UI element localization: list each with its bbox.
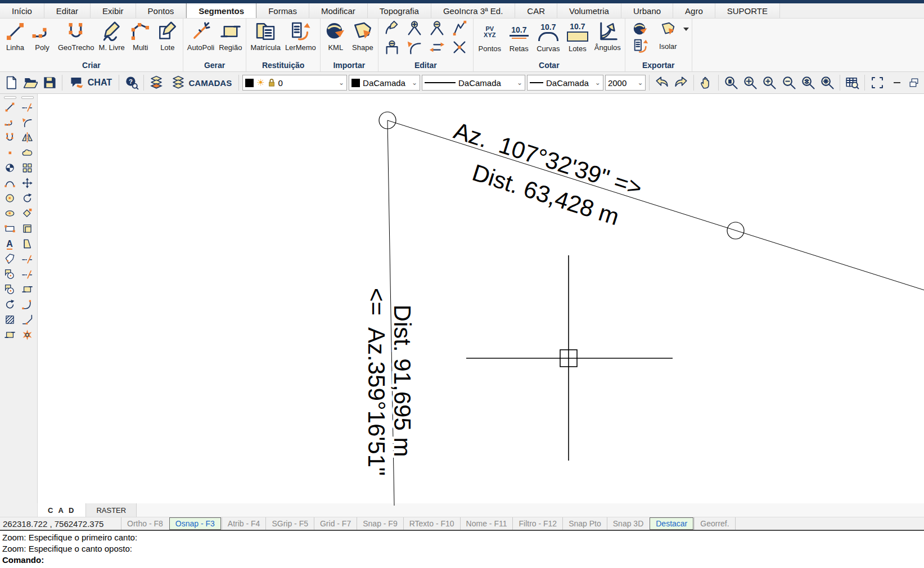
menu-tab-car[interactable]: CAR [515,3,557,18]
regiao-button[interactable]: Região [217,20,244,52]
status-toggle-snap-f9[interactable]: Snap - F9 [357,517,403,530]
arc-tool-button[interactable] [1,175,18,191]
status-toggle-grid-f7[interactable]: Grid - F7 [314,517,357,530]
trim-tool-button[interactable] [19,251,35,267]
status-toggle-filtro-f12[interactable]: Filtro - F12 [512,517,562,530]
array-tool-button[interactable] [19,160,35,175]
undo-button[interactable] [653,74,670,91]
zoom-layer-button[interactable] [799,74,817,91]
bridge-segment-button[interactable] [384,39,400,58]
join-segments-button[interactable] [406,39,423,58]
multi-button[interactable]: Multi [128,20,154,52]
pan-button[interactable] [697,74,715,91]
menu-tab-pontos[interactable]: Pontos [136,3,187,18]
menu-tab-segmentos[interactable]: Segmentos [186,3,256,18]
linetype-combo[interactable]: DaCamada ⌄ [422,75,525,91]
layer-import-button[interactable] [147,74,165,91]
rotate-tool-button[interactable] [19,191,35,206]
fullscreen-button[interactable] [868,74,886,91]
mao-livre-button[interactable]: M. Livre [97,20,127,52]
cotar-pontos-button[interactable]: PVXYZ Pontos [476,20,504,53]
zoom-out-button[interactable] [780,74,797,91]
menu-tab-topografia[interactable]: Topografia [368,3,431,18]
restore-window-button[interactable] [907,76,922,89]
cotar-angulos-button[interactable]: Ângulos [593,20,623,52]
palette-grip[interactable] [19,95,36,100]
break-segment-button[interactable] [451,20,468,39]
snap-target-tool-button[interactable] [1,160,18,175]
status-toggle-snap-3d[interactable]: Snap 3D [607,517,649,530]
status-toggle-georref[interactable]: Georref. [694,517,734,530]
explode-tool-button[interactable] [19,327,35,342]
zoom-window-button[interactable] [741,74,759,91]
ellipse-tool-button[interactable] [1,206,18,221]
mirror-tool-button[interactable] [19,130,35,145]
isolar-label[interactable]: Isolar [659,42,677,51]
status-toggle-destacar[interactable]: Destacar [650,517,693,530]
menu-tab-geoincra-3-ed[interactable]: GeoIncra 3ª Ed. [431,3,515,18]
palette-grip[interactable] [1,95,19,100]
camadas-button[interactable]: CAMADAS [167,75,236,90]
lote-button[interactable]: Lote [155,20,181,52]
reverse-direction-button[interactable] [429,39,445,58]
menu-tab-agro[interactable]: Agro [673,3,715,18]
zoom-extents-button[interactable] [722,74,740,91]
color-combo[interactable]: DaCamada ⌄ [349,75,420,91]
revision-cloud-tool-button[interactable] [19,145,35,160]
menu-tab-suporte[interactable]: SUPORTE [715,3,780,18]
help-button[interactable] [123,74,140,91]
rectangle-tool-button[interactable] [1,221,18,236]
fillet-tool-button[interactable] [19,297,35,312]
menu-tab-modificar[interactable]: Modificar [309,3,368,18]
status-toggle-nome-f11[interactable]: Nome - F11 [460,517,513,530]
new-file-button[interactable] [2,74,20,91]
status-toggle-atrib-f4[interactable]: Atrib - F4 [222,517,266,530]
export-shape-icon[interactable] [632,38,649,55]
offset-tool-button[interactable] [19,221,35,236]
status-toggle-ortho-f8[interactable]: Ortho - F8 [121,517,169,530]
status-toggle-osnap-f3[interactable]: Osnap - F3 [169,517,221,530]
scale-tool-button[interactable] [19,206,35,221]
geo-shape-tool-button[interactable] [1,130,18,145]
add-vertex-button[interactable] [406,20,423,39]
layer-combo[interactable]: ☀ 0 ⌄ [242,75,347,91]
lermemo-button[interactable]: LerMemo [283,20,318,52]
zoom-all-button[interactable] [819,74,836,91]
export-kml-icon[interactable] [632,21,649,38]
linha-button[interactable]: Linha [2,20,28,52]
chamfer-tool-button[interactable] [19,312,35,327]
cotar-retas-button[interactable]: 10.7 Retas [505,20,533,53]
status-toggle-snap-pto[interactable]: Snap Pto [562,517,607,530]
open-file-button[interactable] [21,74,39,91]
kml-button[interactable]: KML [323,20,349,52]
matricula-button[interactable]: Matrícula [249,20,282,52]
minimize-button[interactable] [889,76,904,89]
polyline-tool-button[interactable] [1,115,18,130]
edit-vertex-button[interactable] [384,20,400,39]
rotate-copy-tool-button[interactable] [1,297,18,312]
container-tool-button[interactable] [19,282,35,297]
table-search-button[interactable] [844,74,861,91]
line-tool-button[interactable] [1,100,18,115]
status-toggle-sgrip-f5[interactable]: SGrip - F5 [265,517,314,530]
text-tool-button[interactable]: A [1,236,18,251]
hatch-region-tool-button[interactable] [1,327,18,342]
status-toggle-rtexto-f10[interactable]: RTexto - F10 [403,517,460,530]
menu-tab-urbano[interactable]: Urbano [621,3,673,18]
shape-button[interactable]: Shape [350,20,376,52]
redo-button[interactable] [673,74,690,91]
exportar-more-caret[interactable] [683,28,689,31]
point-tool-button[interactable] [1,145,18,160]
copy-tool-button[interactable] [1,282,18,297]
curve-arrow-tool-button[interactable] [19,115,35,130]
cotar-curvas-button[interactable]: 10.7 Curvas [534,20,562,53]
save-file-button[interactable] [41,74,58,91]
circle-tool-button[interactable] [1,191,18,206]
lineweight-combo[interactable]: DaCamada ⌄ [527,75,603,91]
scale-combo[interactable]: 2000 ⌄ [605,75,646,91]
poly-button[interactable]: Poly [29,20,55,52]
copy-circle-tool-button[interactable] [1,267,18,282]
stretch-tool-button[interactable] [19,236,35,251]
remove-vertex-button[interactable] [429,20,445,39]
menu-tab-editar[interactable]: Editar [44,3,91,18]
